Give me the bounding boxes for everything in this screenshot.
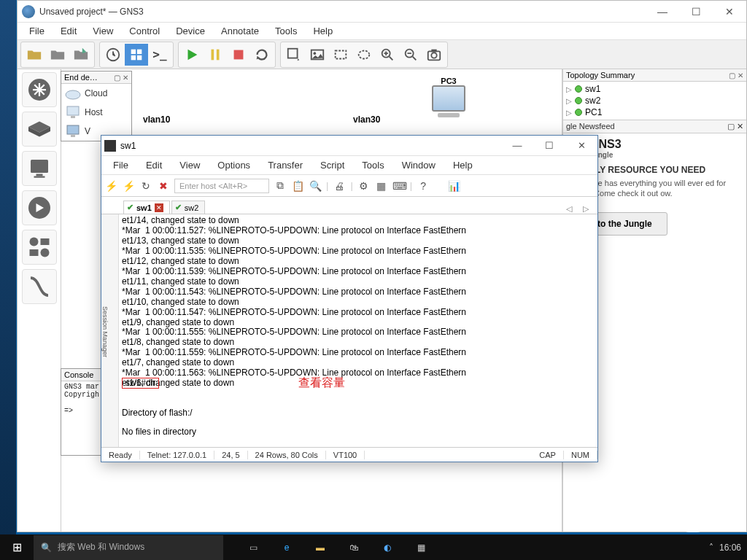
help-icon[interactable]: ?: [417, 180, 430, 192]
term-toolbar: ⚡ ⚡ ↻ ✖ Enter host <Alt+R> ⧉ 📋 🔍 | 🖨 | ⚙…: [101, 175, 597, 197]
monitor-icon: [432, 85, 465, 112]
taskbar-search[interactable]: 🔍搜索 Web 和 Windows: [34, 535, 223, 560]
reload-icon[interactable]: [250, 44, 274, 66]
node-pc3[interactable]: PC3: [432, 77, 465, 117]
maximize-button[interactable]: ☐: [679, 1, 713, 23]
tmenu-file[interactable]: File: [104, 158, 137, 172]
terminal-output[interactable]: et1/14, changed state to down *Mar 1 00:…: [119, 214, 597, 447]
menu-view[interactable]: View: [85, 24, 120, 38]
menu-control[interactable]: Control: [122, 24, 167, 38]
rect-icon[interactable]: [329, 44, 352, 66]
app1-icon[interactable]: ◐: [379, 540, 395, 556]
keymap-icon[interactable]: ⌨: [392, 180, 406, 192]
panel-undock-icon[interactable]: ▢ ✕: [114, 74, 128, 82]
close-button[interactable]: ✕: [713, 1, 746, 23]
settings-icon[interactable]: ⚙: [357, 180, 371, 192]
menu-device[interactable]: Device: [169, 24, 212, 38]
explorer-icon[interactable]: ▬: [312, 540, 328, 556]
task-view-icon[interactable]: ▭: [245, 540, 261, 556]
panel-undock-icon[interactable]: ▢ ✕: [727, 122, 743, 131]
start-button[interactable]: ⊞: [0, 540, 34, 554]
menu-help[interactable]: Help: [306, 24, 340, 38]
status-dot-icon: [575, 109, 582, 116]
status-dot-icon: [575, 97, 582, 104]
reconnect-icon[interactable]: ↻: [139, 180, 152, 192]
tray-chevron-icon[interactable]: ˄: [709, 542, 713, 553]
ellipse-icon[interactable]: [352, 44, 376, 66]
router-category-icon[interactable]: [22, 72, 57, 107]
tab-sw1[interactable]: ✔sw1✕: [123, 201, 170, 214]
system-tray[interactable]: ˄ 16:06: [709, 542, 747, 553]
store-icon[interactable]: 🛍: [346, 540, 362, 556]
security-category-icon[interactable]: [22, 190, 57, 225]
quick-connect-icon[interactable]: ⚡: [122, 180, 135, 192]
menu-edit[interactable]: Edit: [53, 24, 84, 38]
tmenu-options[interactable]: Options: [209, 158, 259, 172]
link-category-icon[interactable]: [22, 269, 57, 304]
tmenu-transfer[interactable]: Transfer: [259, 158, 311, 172]
zoom-out-icon[interactable]: [399, 44, 422, 66]
topo-item-sw1[interactable]: ▷sw1: [566, 83, 743, 95]
edge-icon[interactable]: e: [279, 540, 295, 556]
tab-sw2[interactable]: ✔sw2: [171, 201, 206, 214]
menu-annotate[interactable]: Annotate: [214, 24, 266, 38]
save-icon[interactable]: [69, 44, 93, 66]
menu-file[interactable]: File: [22, 24, 52, 38]
enddevice-category-icon[interactable]: [22, 151, 57, 186]
svg-rect-17: [431, 49, 436, 52]
tmenu-window[interactable]: Window: [393, 158, 444, 172]
clock-icon[interactable]: [101, 44, 125, 66]
open-project-icon[interactable]: [23, 44, 46, 66]
tmenu-script[interactable]: Script: [311, 158, 353, 172]
chart-icon[interactable]: 📊: [447, 180, 460, 192]
annotate-icon[interactable]: [282, 44, 306, 66]
grid-icon[interactable]: [125, 44, 148, 66]
panel-undock-icon[interactable]: ▢ ✕: [729, 71, 743, 79]
stop-icon[interactable]: [227, 44, 250, 66]
switch-category-icon[interactable]: [22, 112, 57, 147]
enddev-cloud[interactable]: Cloud: [61, 84, 131, 103]
console-icon[interactable]: >_: [148, 44, 171, 66]
term-maximize-button[interactable]: ☐: [533, 136, 565, 156]
tmenu-edit[interactable]: Edit: [137, 158, 171, 172]
enddev-host[interactable]: Host: [61, 103, 131, 122]
tab-close-icon[interactable]: ✕: [155, 203, 163, 212]
enddevices-panel[interactable]: End de…▢ ✕ Cloud Host V: [61, 71, 132, 141]
connect-icon[interactable]: ⚡: [104, 180, 117, 192]
toolbar: >_: [18, 40, 746, 69]
term-close-button[interactable]: ✕: [565, 136, 597, 156]
image-icon[interactable]: [306, 44, 329, 66]
session-manager-label[interactable]: Session Manager: [101, 214, 119, 447]
pause-icon[interactable]: [204, 44, 227, 66]
minimize-button[interactable]: —: [646, 1, 679, 23]
menu-tools[interactable]: Tools: [268, 24, 304, 38]
copy-icon[interactable]: ⧉: [274, 179, 287, 192]
tmenu-tools[interactable]: Tools: [353, 158, 392, 172]
find-icon[interactable]: 🔍: [309, 180, 322, 192]
tab-nav-arrows[interactable]: ◁ ▷: [566, 204, 597, 214]
all-category-icon[interactable]: [22, 230, 57, 265]
paste-icon[interactable]: 📋: [291, 180, 304, 192]
svg-rect-20: [36, 174, 42, 176]
svg-rect-19: [31, 160, 48, 173]
disconnect-icon[interactable]: ✖: [157, 180, 170, 192]
sessions-icon[interactable]: ▦: [375, 180, 388, 192]
clock[interactable]: 16:06: [719, 542, 741, 553]
screenshot-icon[interactable]: [422, 44, 446, 66]
topo-item-sw2[interactable]: ▷sw2: [566, 95, 743, 106]
term-titlebar[interactable]: sw1 — ☐ ✕: [101, 136, 597, 156]
zoom-in-icon[interactable]: [376, 44, 399, 66]
print-icon[interactable]: 🖨: [333, 180, 346, 192]
titlebar[interactable]: Unsaved project* — GNS3 — ☐ ✕: [18, 1, 746, 23]
tmenu-help[interactable]: Help: [444, 158, 481, 172]
topology-title: Topology Summary: [566, 71, 635, 79]
svg-rect-6: [217, 49, 220, 60]
app2-icon[interactable]: ▦: [413, 540, 429, 556]
new-project-icon[interactable]: [46, 44, 69, 66]
host-input[interactable]: Enter host <Alt+R>: [174, 179, 269, 193]
topo-item-pc1[interactable]: ▷PC1: [566, 106, 743, 118]
svg-rect-31: [71, 135, 75, 137]
play-icon[interactable]: [180, 44, 204, 66]
term-minimize-button[interactable]: —: [501, 136, 533, 156]
tmenu-view[interactable]: View: [171, 158, 209, 172]
